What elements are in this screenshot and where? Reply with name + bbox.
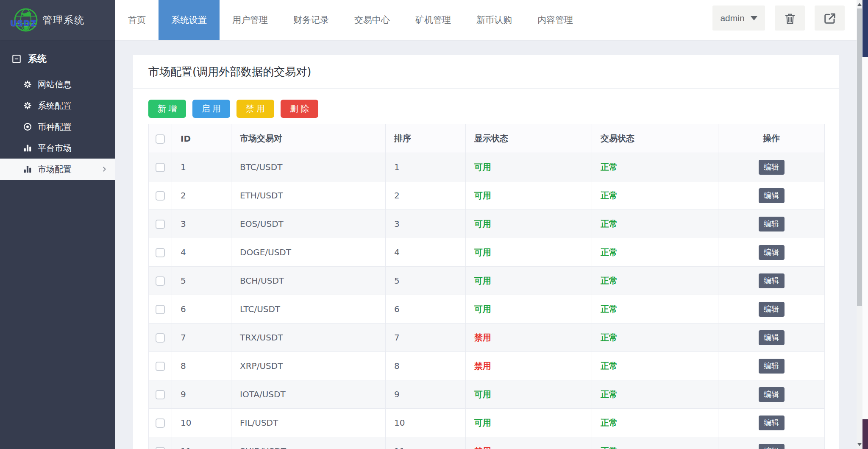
cell-sort: 9 bbox=[386, 380, 466, 409]
cell-pair: BCH/USDT bbox=[231, 267, 386, 295]
vertical-scrollbar[interactable] bbox=[857, 0, 862, 449]
sidebar-section-system[interactable]: 系统 bbox=[0, 40, 115, 74]
row-checkbox[interactable] bbox=[156, 276, 165, 286]
bar-chart-icon bbox=[23, 165, 32, 173]
sidebar-section-label: 系统 bbox=[28, 53, 47, 65]
caret-down-icon bbox=[751, 16, 757, 20]
edit-button[interactable]: 编辑 bbox=[759, 330, 785, 345]
trash-icon bbox=[784, 12, 796, 25]
cell-sort: 8 bbox=[386, 352, 466, 380]
cell-display-status: 禁用 bbox=[466, 324, 592, 352]
nav-tab-home[interactable]: 首页 bbox=[115, 0, 159, 40]
row-checkbox[interactable] bbox=[156, 390, 165, 399]
cell-display-status: 可用 bbox=[466, 267, 592, 295]
table-row: 2 ETH/USDT 2 可用 正常 编辑 bbox=[149, 181, 825, 210]
row-checkbox[interactable] bbox=[156, 191, 165, 201]
cell-pair: XRP/USDT bbox=[231, 352, 386, 380]
edit-button[interactable]: 编辑 bbox=[759, 302, 785, 317]
cell-display-status: 可用 bbox=[466, 210, 592, 238]
scrollbar-thumb[interactable] bbox=[857, 8, 862, 306]
minus-square-icon bbox=[12, 54, 21, 64]
cell-pair: IOTA/USDT bbox=[231, 380, 386, 409]
cell-sort: 1 bbox=[386, 153, 466, 181]
row-checkbox[interactable] bbox=[156, 418, 165, 428]
nav-tab-finance-records[interactable]: 财务记录 bbox=[281, 0, 342, 40]
cell-sort: 5 bbox=[386, 267, 466, 295]
row-checkbox[interactable] bbox=[156, 333, 165, 343]
cell-trade-status: 正常 bbox=[592, 210, 718, 238]
cell-pair: DOGE/USDT bbox=[231, 238, 386, 267]
cell-trade-status: 正常 bbox=[592, 437, 718, 449]
edit-button[interactable]: 编辑 bbox=[759, 444, 785, 449]
row-checkbox[interactable] bbox=[156, 248, 165, 257]
logout-button[interactable] bbox=[815, 6, 845, 31]
cell-trade-status: 正常 bbox=[592, 324, 718, 352]
cell-trade-status: 正常 bbox=[592, 238, 718, 267]
column-header-pair: 市场交易对 bbox=[231, 124, 386, 153]
cell-pair: ETH/USDT bbox=[231, 181, 386, 210]
disable-button[interactable]: 禁 用 bbox=[236, 100, 274, 118]
cell-display-status: 可用 bbox=[466, 409, 592, 437]
window-edge bbox=[862, 0, 868, 449]
edit-button[interactable]: 编辑 bbox=[759, 387, 785, 402]
gear-icon bbox=[23, 101, 32, 110]
sidebar-item-system-config[interactable]: 系统配置 bbox=[0, 95, 115, 116]
column-header-actions: 操作 bbox=[718, 124, 825, 153]
sidebar-item-coin-config[interactable]: 币种配置 bbox=[0, 116, 115, 137]
page-title: 市场配置(调用外部数据的交易对) bbox=[133, 55, 839, 89]
scroll-down-arrow-icon[interactable] bbox=[857, 443, 862, 446]
cell-id: 2 bbox=[172, 181, 231, 210]
edit-button[interactable]: 编辑 bbox=[759, 160, 785, 175]
table-row: 1 BTC/USDT 1 可用 正常 编辑 bbox=[149, 153, 825, 181]
enable-button[interactable]: 启 用 bbox=[192, 100, 230, 118]
cell-pair: SHIB/USDT bbox=[231, 437, 386, 449]
content-panel: 市场配置(调用外部数据的交易对) 新 增 启 用 禁 用 删 除 ID 市场交易… bbox=[133, 55, 839, 449]
cell-id: 11 bbox=[172, 437, 231, 449]
cell-display-status: 可用 bbox=[466, 295, 592, 324]
cell-id: 8 bbox=[172, 352, 231, 380]
cell-trade-status: 正常 bbox=[592, 153, 718, 181]
sidebar-item-market-config[interactable]: 市场配置 bbox=[0, 159, 115, 180]
select-all-checkbox[interactable] bbox=[156, 134, 165, 144]
cell-sort: 4 bbox=[386, 238, 466, 267]
sidebar-item-platform-market[interactable]: 平台市场 bbox=[0, 137, 115, 159]
logout-icon bbox=[823, 12, 836, 25]
window-edge-top bbox=[862, 0, 868, 57]
edit-button[interactable]: 编辑 bbox=[759, 416, 785, 430]
edit-button[interactable]: 编辑 bbox=[759, 188, 785, 203]
row-checkbox[interactable] bbox=[156, 447, 165, 449]
circle-dot-icon bbox=[23, 123, 32, 131]
edit-button[interactable]: 编辑 bbox=[759, 359, 785, 374]
row-checkbox[interactable] bbox=[156, 220, 165, 229]
cell-id: 3 bbox=[172, 210, 231, 238]
table-row: 9 IOTA/USDT 9 可用 正常 编辑 bbox=[149, 380, 825, 409]
market-pairs-table: ID 市场交易对 排序 显示状态 交易状态 操作 1 BTC/USDT 1 可用… bbox=[148, 124, 825, 449]
table-row: 11 SHIB/USDT 11 禁用 正常 编辑 bbox=[149, 437, 825, 449]
nav-tab-system-settings[interactable]: 系统设置 bbox=[159, 0, 220, 40]
add-button[interactable]: 新 增 bbox=[148, 100, 186, 118]
nav-tab-new-coin-subscription[interactable]: 新币认购 bbox=[464, 0, 525, 40]
edit-button[interactable]: 编辑 bbox=[759, 273, 785, 288]
nav-tab-user-management[interactable]: 用户管理 bbox=[220, 0, 281, 40]
sidebar-item-site-info[interactable]: 网站信息 bbox=[0, 74, 115, 95]
cell-display-status: 禁用 bbox=[466, 352, 592, 380]
nav-tab-miner-management[interactable]: 矿机管理 bbox=[403, 0, 464, 40]
cell-id: 4 bbox=[172, 238, 231, 267]
admin-user-dropdown[interactable]: admin bbox=[712, 6, 765, 31]
clear-cache-button[interactable] bbox=[775, 6, 805, 31]
row-checkbox[interactable] bbox=[156, 163, 165, 172]
row-checkbox[interactable] bbox=[156, 362, 165, 371]
brand-logo: USDZ 管理系统 bbox=[0, 0, 115, 40]
sidebar-item-label: 系统配置 bbox=[38, 100, 72, 112]
scroll-up-arrow-icon[interactable] bbox=[857, 3, 862, 6]
top-navbar: USDZ 管理系统 首页 系统设置 用户管理 财务记录 交易中心 矿机管理 新币… bbox=[0, 0, 862, 40]
edit-button[interactable]: 编辑 bbox=[759, 245, 785, 260]
table-header-row: ID 市场交易对 排序 显示状态 交易状态 操作 bbox=[149, 124, 825, 153]
nav-tab-trade-center[interactable]: 交易中心 bbox=[342, 0, 403, 40]
delete-button[interactable]: 删 除 bbox=[281, 100, 318, 118]
row-checkbox[interactable] bbox=[156, 305, 165, 314]
cell-pair: EOS/USDT bbox=[231, 210, 386, 238]
nav-tab-content-management[interactable]: 内容管理 bbox=[525, 0, 586, 40]
cell-display-status: 可用 bbox=[466, 153, 592, 181]
edit-button[interactable]: 编辑 bbox=[759, 217, 785, 231]
